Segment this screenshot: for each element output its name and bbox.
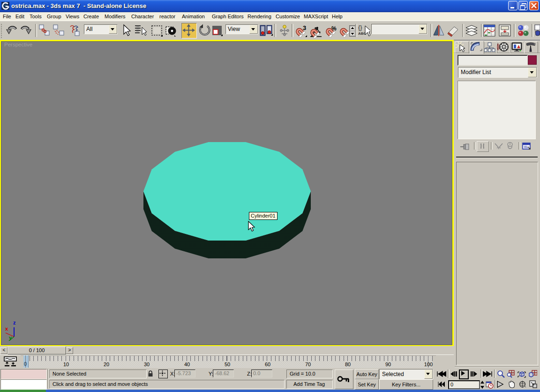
svg-text:3: 3: [303, 24, 306, 31]
svg-text:{}: {}: [358, 24, 362, 31]
svg-text:y: y: [9, 335, 12, 340]
svg-text:%: %: [331, 25, 337, 32]
svg-text:x: x: [5, 326, 8, 332]
svg-text:z: z: [13, 320, 16, 325]
